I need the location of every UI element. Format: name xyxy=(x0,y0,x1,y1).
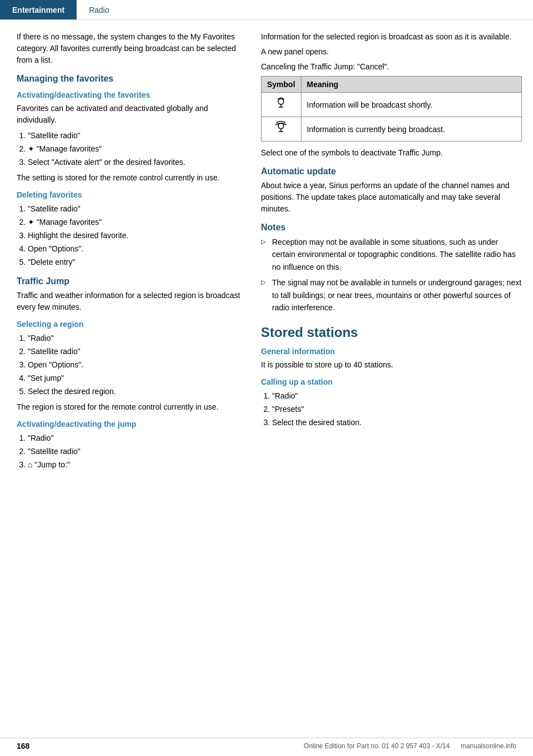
list-item: ⌂ "Jump to:" xyxy=(28,458,244,472)
broadcast-text2: A new panel opens. xyxy=(261,46,522,58)
deactivate-text: Select one of the symbols to deactivate … xyxy=(261,147,522,159)
activating-desc: Favorites can be activated and deactivat… xyxy=(17,103,244,126)
selecting-steps-list: "Radio" "Satellite radio" Open "Options"… xyxy=(17,332,244,398)
list-item: ✦ "Manage favorites" xyxy=(28,216,244,229)
calling-steps-list: "Radio" "Presets" Select the desired sta… xyxy=(261,390,522,429)
list-item: "Radio" xyxy=(28,432,244,445)
table-header-symbol: Symbol xyxy=(262,77,301,93)
right-column: Information for the selected region is b… xyxy=(255,31,533,475)
broadcast-soon-icon xyxy=(273,96,289,112)
broadcast-text3: Canceling the Traffic Jump: "Cancel". xyxy=(261,61,522,73)
symbol-cell-1 xyxy=(262,93,301,117)
list-item: Open "Options". xyxy=(28,359,244,372)
list-item: "Set jump" xyxy=(28,372,244,385)
list-item: "Satellite radio" xyxy=(28,445,244,458)
section-title-traffic: Traffic Jump xyxy=(17,276,244,286)
traffic-desc: Traffic and weather information for a se… xyxy=(17,290,244,313)
subsection-deleting: Deleting favorites xyxy=(17,190,244,199)
general-desc: It is possible to store up to 40 station… xyxy=(261,359,522,371)
jump-to-icon: ⌂ xyxy=(28,458,32,472)
table-row: Information is currently being broadcast… xyxy=(262,117,522,142)
activating-steps-list: "Satellite radio" ✦ "Manage favorites" S… xyxy=(17,129,244,169)
selecting-note: The region is stored for the remote cont… xyxy=(17,401,244,413)
list-item: Open "Options". xyxy=(28,243,244,256)
list-item: The signal may not be available in tunne… xyxy=(261,276,522,314)
svg-point-3 xyxy=(278,123,284,129)
subsection-selecting-region: Selecting a region xyxy=(17,320,244,329)
broadcast-text1: Information for the selected region is b… xyxy=(261,31,522,43)
intro-text: If there is no message, the system chang… xyxy=(17,31,244,66)
manage-fav-icon-2: ✦ xyxy=(28,216,34,229)
section-title-auto-update: Automatic update xyxy=(261,167,522,177)
header: Entertainment Radio xyxy=(0,0,533,20)
list-item: "Satellite radio" xyxy=(28,345,244,359)
notes-list: Reception may not be available in some s… xyxy=(261,236,522,314)
list-item: ✦ "Manage favorites" xyxy=(28,143,244,156)
svg-point-0 xyxy=(278,99,284,104)
list-item: "Satellite radio" xyxy=(28,129,244,143)
tab-entertainment[interactable]: Entertainment xyxy=(0,0,77,19)
list-item: Reception may not be available in some s… xyxy=(261,236,522,273)
subsection-general-info: General information xyxy=(261,347,522,356)
section-title-managing: Managing the favorites xyxy=(17,74,244,84)
page-number: 168 xyxy=(17,742,29,750)
deleting-steps-list: "Satellite radio" ✦ "Manage favorites" H… xyxy=(17,203,244,269)
subsection-activating-jump: Activating/deactivating the jump xyxy=(17,420,244,429)
list-item: Highlight the desired favorite. xyxy=(28,229,244,243)
jump-steps-list: "Radio" "Satellite radio" ⌂ "Jump to:" xyxy=(17,432,244,471)
subsection-activating: Activating/deactivating the favorites xyxy=(17,90,244,99)
left-column: If there is no message, the system chang… xyxy=(0,31,255,475)
table-header-meaning: Meaning xyxy=(301,77,521,93)
list-item: "Radio" xyxy=(272,390,522,403)
table-meaning-1: Information will be broadcast shortly. xyxy=(301,93,521,117)
subsection-calling-station: Calling up a station xyxy=(261,377,522,386)
footer-text: Online Edition for Part no. 01 40 2 957 … xyxy=(304,742,516,750)
auto-update-desc: About twice a year, Sirius performs an u… xyxy=(261,180,522,215)
table-row: Information will be broadcast shortly. xyxy=(262,93,522,117)
list-item: "Radio" xyxy=(28,332,244,345)
tab-radio[interactable]: Radio xyxy=(77,0,122,19)
list-item: Select the desired region. xyxy=(28,385,244,399)
symbol-cell-2 xyxy=(262,117,301,142)
brand-text: manualsonline.info xyxy=(461,742,516,750)
list-item: "Presets" xyxy=(272,403,522,416)
table-meaning-2: Information is currently being broadcast… xyxy=(301,117,521,142)
activating-note: The setting is stored for the remote con… xyxy=(17,172,244,184)
main-content: If there is no message, the system chang… xyxy=(0,20,533,475)
list-item: "Satellite radio" xyxy=(28,203,244,216)
section-title-stored-stations: Stored stations xyxy=(261,325,522,340)
symbol-table: Symbol Meaning Information will be broad xyxy=(261,76,522,142)
list-item: "Delete entry" xyxy=(28,256,244,269)
list-item: Select the desired station. xyxy=(272,416,522,430)
footer: 168 Online Edition for Part no. 01 40 2 … xyxy=(0,738,533,750)
section-title-notes: Notes xyxy=(261,223,522,233)
broadcasting-icon xyxy=(273,120,289,136)
manage-favorites-icon: ✦ xyxy=(28,143,34,156)
list-item: Select "Activate alert" or the desired f… xyxy=(28,156,244,169)
